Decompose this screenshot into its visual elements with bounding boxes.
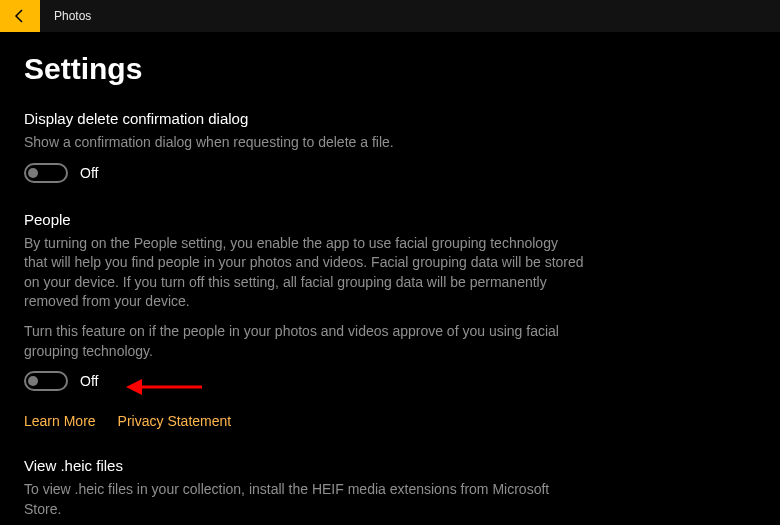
- heic-heading: View .heic files: [24, 457, 584, 474]
- section-people: People By turning on the People setting,…: [24, 211, 584, 430]
- toggle-knob-icon: [28, 168, 38, 178]
- toggle-knob-icon: [28, 376, 38, 386]
- heic-description: To view .heic files in your collection, …: [24, 480, 584, 519]
- people-description-2: Turn this feature on if the people in yo…: [24, 322, 584, 361]
- app-title: Photos: [40, 0, 91, 32]
- privacy-statement-link[interactable]: Privacy Statement: [118, 413, 232, 429]
- delete-confirmation-toggle[interactable]: [24, 163, 68, 183]
- section-delete-confirmation: Display delete confirmation dialog Show …: [24, 110, 584, 183]
- learn-more-link[interactable]: Learn More: [24, 413, 96, 429]
- title-bar: Photos: [0, 0, 780, 32]
- people-toggle[interactable]: [24, 371, 68, 391]
- delete-toggle-label: Off: [80, 165, 98, 181]
- back-arrow-icon: [12, 8, 28, 24]
- delete-description: Show a confirmation dialog when requesti…: [24, 133, 584, 153]
- section-heic: View .heic files To view .heic files in …: [24, 457, 584, 525]
- people-description-1: By turning on the People setting, you en…: [24, 234, 584, 312]
- people-heading: People: [24, 211, 584, 228]
- delete-heading: Display delete confirmation dialog: [24, 110, 584, 127]
- back-button[interactable]: [0, 0, 40, 32]
- people-toggle-label: Off: [80, 373, 98, 389]
- page-title: Settings: [24, 52, 756, 86]
